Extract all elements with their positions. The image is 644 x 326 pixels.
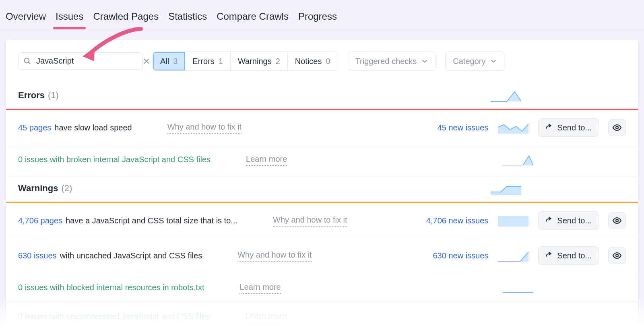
row-sparkline bbox=[503, 281, 533, 293]
filter-notices[interactable]: Notices 0 bbox=[288, 52, 338, 70]
triggered-checks-dropdown[interactable]: Triggered checks bbox=[348, 52, 436, 71]
issue-row: 4,706 pages have a JavaScript and CSS to… bbox=[6, 203, 638, 238]
svg-point-10 bbox=[616, 219, 618, 222]
filter-notices-count: 0 bbox=[326, 56, 330, 67]
why-and-how-link[interactable]: Why and how to fix it bbox=[167, 121, 242, 134]
category-label: Category bbox=[453, 56, 485, 67]
new-issues-link[interactable]: 45 new issues bbox=[438, 122, 489, 133]
filter-all-label: All bbox=[160, 56, 169, 67]
search-icon bbox=[23, 57, 31, 65]
warnings-title: Warnings bbox=[18, 182, 58, 195]
share-arrow-icon bbox=[545, 124, 553, 132]
issues-panel: All 3 Errors 1 Warnings 2 Notices 0 Trig… bbox=[6, 39, 638, 326]
tab-issues[interactable]: Issues bbox=[56, 7, 83, 29]
filter-errors[interactable]: Errors 1 bbox=[185, 52, 231, 70]
why-and-how-link[interactable]: Why and how to fix it bbox=[237, 249, 312, 262]
issue-row: 630 issues with uncached JavaScript and … bbox=[6, 238, 638, 273]
category-dropdown[interactable]: Category bbox=[445, 52, 504, 71]
issue-count-link[interactable]: 630 issues bbox=[18, 250, 57, 261]
send-to-label: Send to... bbox=[557, 122, 592, 133]
tabs: Overview Issues Crawled Pages Statistics… bbox=[0, 0, 644, 29]
issue-text: have a JavaScript and CSS total size tha… bbox=[66, 215, 237, 226]
svg-marker-4 bbox=[491, 92, 521, 101]
clear-search-icon[interactable] bbox=[143, 58, 150, 65]
row-sparkline bbox=[498, 250, 528, 262]
learn-more-link[interactable]: Learn more bbox=[246, 153, 287, 166]
issue-text: 0 issues with uncompressed JavaScript an… bbox=[18, 311, 210, 322]
issue-row: 0 issues with uncompressed JavaScript an… bbox=[6, 302, 638, 326]
chevron-down-icon bbox=[490, 58, 497, 64]
svg-marker-8 bbox=[491, 186, 521, 195]
send-to-button[interactable]: Send to... bbox=[538, 118, 599, 137]
eye-icon bbox=[612, 216, 622, 225]
filter-all-count: 3 bbox=[173, 56, 178, 67]
hide-issue-button[interactable] bbox=[608, 119, 626, 136]
warnings-section-header: Warnings (2) bbox=[6, 174, 638, 202]
share-arrow-icon bbox=[545, 217, 553, 225]
tab-progress[interactable]: Progress bbox=[298, 7, 337, 29]
warnings-sparkline bbox=[491, 182, 521, 195]
filter-notices-label: Notices bbox=[295, 56, 322, 67]
svg-line-1 bbox=[29, 62, 30, 64]
svg-rect-9 bbox=[498, 216, 528, 227]
row-sparkline bbox=[503, 153, 533, 165]
tab-crawled-pages[interactable]: Crawled Pages bbox=[93, 7, 159, 29]
issue-type-filter: All 3 Errors 1 Warnings 2 Notices 0 bbox=[153, 52, 338, 71]
svg-point-12 bbox=[616, 254, 618, 257]
learn-more-link[interactable]: Learn more bbox=[246, 310, 287, 323]
chevron-down-icon bbox=[421, 58, 428, 64]
filter-errors-label: Errors bbox=[192, 56, 214, 67]
filter-warnings-label: Warnings bbox=[238, 56, 272, 67]
search-input-wrapper[interactable] bbox=[18, 52, 143, 70]
hide-issue-button[interactable] bbox=[608, 247, 626, 264]
filter-all[interactable]: All 3 bbox=[153, 52, 185, 70]
new-issues-link[interactable]: 4,706 new issues bbox=[426, 215, 489, 226]
filter-warnings-count: 2 bbox=[276, 56, 280, 67]
svg-point-6 bbox=[616, 126, 618, 129]
tab-compare-crawls[interactable]: Compare Crawls bbox=[217, 7, 289, 29]
eye-icon bbox=[612, 251, 622, 260]
issue-text: 0 issues with blocked internal resources… bbox=[18, 282, 204, 293]
hide-issue-button[interactable] bbox=[608, 212, 626, 229]
filter-errors-count: 1 bbox=[219, 56, 223, 67]
row-sparkline bbox=[498, 215, 528, 227]
errors-title: Errors bbox=[18, 89, 45, 102]
errors-count: (1) bbox=[48, 89, 59, 102]
send-to-label: Send to... bbox=[557, 215, 592, 226]
errors-sparkline bbox=[491, 89, 521, 102]
issue-text: 0 issues with broken internal JavaScript… bbox=[18, 154, 211, 165]
filter-warnings[interactable]: Warnings 2 bbox=[231, 52, 288, 70]
issue-row: 45 pages have slow load speed Why and ho… bbox=[6, 110, 638, 145]
tab-overview[interactable]: Overview bbox=[6, 7, 46, 29]
issue-row: 0 issues with broken internal JavaScript… bbox=[6, 145, 638, 174]
send-to-button[interactable]: Send to... bbox=[538, 246, 599, 265]
issue-row: 0 issues with blocked internal resources… bbox=[6, 273, 638, 302]
errors-section-header: Errors (1) bbox=[6, 81, 638, 109]
triggered-checks-label: Triggered checks bbox=[355, 56, 417, 67]
share-arrow-icon bbox=[545, 252, 553, 260]
issue-count-link[interactable]: 45 pages bbox=[18, 122, 51, 133]
filter-bar: All 3 Errors 1 Warnings 2 Notices 0 Trig… bbox=[6, 39, 638, 81]
send-to-label: Send to... bbox=[557, 250, 592, 261]
send-to-button[interactable]: Send to... bbox=[538, 211, 599, 230]
tab-statistics[interactable]: Statistics bbox=[168, 7, 207, 29]
new-issues-link[interactable]: 630 new issues bbox=[433, 250, 489, 261]
warnings-count: (2) bbox=[61, 182, 72, 195]
search-input[interactable] bbox=[35, 56, 139, 66]
learn-more-link[interactable]: Learn more bbox=[239, 281, 281, 294]
issue-count-link[interactable]: 4,706 pages bbox=[18, 215, 62, 226]
eye-icon bbox=[612, 123, 622, 132]
svg-marker-7 bbox=[503, 156, 533, 165]
issue-text: have slow load speed bbox=[54, 122, 132, 133]
row-sparkline bbox=[498, 122, 528, 134]
why-and-how-link[interactable]: Why and how to fix it bbox=[273, 214, 347, 227]
issue-text: with uncached JavaScript and CSS files bbox=[60, 250, 202, 261]
